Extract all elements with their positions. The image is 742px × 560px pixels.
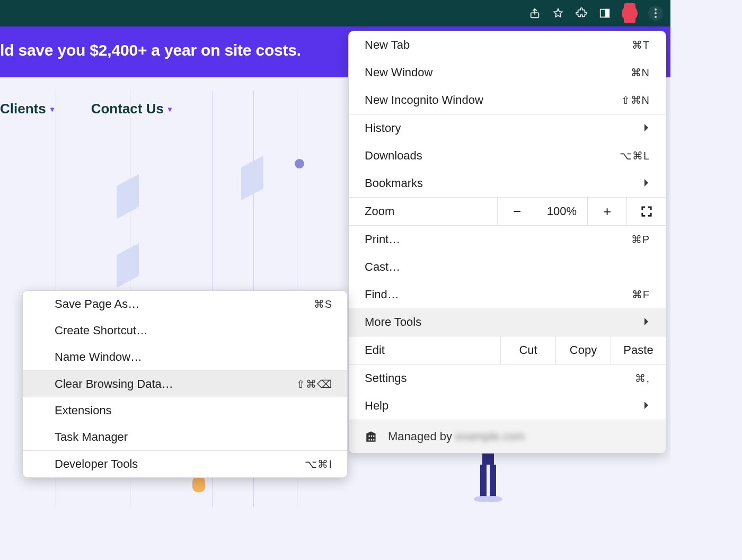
zoom-value: 100% <box>536 198 587 225</box>
menu-help[interactable]: Help <box>349 392 666 420</box>
chevron-right-icon <box>643 315 650 329</box>
menu-edit-label: Edit <box>349 336 500 364</box>
fullscreen-button[interactable] <box>626 198 666 225</box>
svg-rect-2 <box>605 10 609 17</box>
submenu-developer-tools[interactable]: Developer Tools ⌥⌘I <box>23 451 347 477</box>
share-icon[interactable] <box>528 7 541 20</box>
menu-new-tab[interactable]: New Tab ⌘T <box>349 31 666 59</box>
zoom-out-button[interactable]: − <box>497 198 536 225</box>
extensions-puzzle-icon[interactable] <box>575 7 588 20</box>
edit-cut-button[interactable]: Cut <box>500 336 555 364</box>
chevron-right-icon <box>643 399 650 413</box>
svg-rect-6 <box>192 476 205 492</box>
nav-clients-label: Clients <box>0 101 46 117</box>
building-icon <box>365 430 378 443</box>
chevron-right-icon <box>643 176 650 190</box>
menu-bookmarks[interactable]: Bookmarks <box>349 170 666 197</box>
chrome-main-menu: New Tab ⌘T New Window ⌘N New Incognito W… <box>348 31 666 454</box>
menu-new-incognito[interactable]: New Incognito Window ⇧⌘N <box>349 86 666 114</box>
nav-contact[interactable]: Contact Us ▾ <box>91 101 172 117</box>
svg-rect-9 <box>490 465 496 496</box>
menu-downloads[interactable]: Downloads ⌥⌘L <box>349 142 666 170</box>
submenu-create-shortcut[interactable]: Create Shortcut… <box>23 317 347 344</box>
panel-icon[interactable] <box>598 7 611 20</box>
menu-zoom-label: Zoom <box>349 198 497 225</box>
submenu-save-page[interactable]: Save Page As… ⌘S <box>23 291 347 317</box>
bookmark-star-icon[interactable] <box>552 7 564 20</box>
chevron-down-icon: ▾ <box>168 105 172 113</box>
menu-edit-row: Edit Cut Copy Paste <box>349 336 666 365</box>
submenu-extensions[interactable]: Extensions <box>23 397 347 424</box>
submenu-name-window[interactable]: Name Window… <box>23 344 347 370</box>
menu-history[interactable]: History <box>349 114 666 142</box>
chevron-down-icon: ▾ <box>50 105 54 113</box>
menu-print[interactable]: Print… ⌘P <box>349 226 666 253</box>
submenu-clear-browsing-data[interactable]: Clear Browsing Data… ⇧⌘⌫ <box>23 371 347 397</box>
nav-contact-label: Contact Us <box>91 101 164 117</box>
browser-toolbar <box>0 0 670 26</box>
submenu-task-manager[interactable]: Task Manager <box>23 424 347 450</box>
edit-paste-button[interactable]: Paste <box>611 336 666 364</box>
chevron-right-icon <box>643 121 650 135</box>
menu-settings[interactable]: Settings ⌘, <box>349 365 666 392</box>
menu-zoom-row: Zoom − 100% + <box>349 197 666 226</box>
edit-copy-button[interactable]: Copy <box>555 336 611 364</box>
zoom-in-button[interactable]: + <box>587 198 626 225</box>
svg-rect-8 <box>480 465 487 496</box>
svg-point-11 <box>483 496 502 502</box>
menu-cast[interactable]: Cast… <box>349 253 666 281</box>
nav-clients[interactable]: Clients ▾ <box>0 101 54 117</box>
menu-find[interactable]: Find… ⌘F <box>349 281 666 308</box>
profile-avatar[interactable] <box>622 5 638 21</box>
menu-new-window[interactable]: New Window ⌘N <box>349 59 666 86</box>
kebab-menu-button[interactable] <box>648 6 663 21</box>
more-tools-submenu: Save Page As… ⌘S Create Shortcut… Name W… <box>22 290 348 478</box>
menu-managed-by[interactable]: Managed by example.com <box>349 420 666 453</box>
menu-more-tools[interactable]: More Tools <box>349 308 666 336</box>
